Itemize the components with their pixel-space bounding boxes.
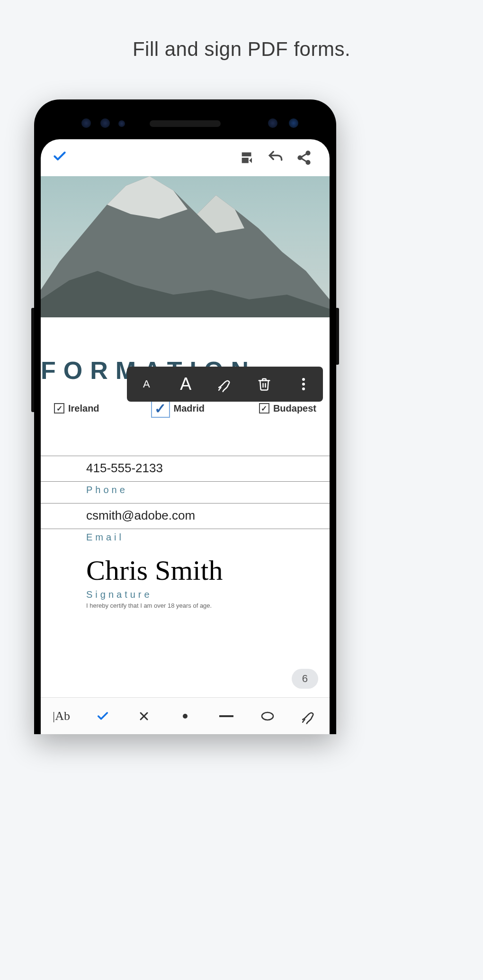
svg-rect-1	[242, 158, 249, 163]
phone-sensor	[100, 118, 110, 128]
document-area[interactable]: FORMATION ✓ Ireland ✓ Madrid ✓ Budapest	[41, 317, 330, 609]
edit-tray: A A	[127, 367, 323, 402]
svg-point-12	[302, 383, 305, 386]
checkbox-budapest[interactable]: ✓ Budapest	[259, 403, 316, 414]
text-small-button[interactable]: A	[135, 378, 158, 390]
signature-tool-button[interactable]	[295, 708, 323, 724]
phone-screen: A A FORMATION ✓ Ireland ✓	[41, 139, 330, 734]
svg-point-18	[262, 712, 273, 720]
phone-sensor	[118, 120, 125, 127]
share-button[interactable]	[290, 144, 318, 172]
undo-button[interactable]	[261, 144, 290, 172]
checkbox-icon: ✓	[259, 403, 269, 414]
phone-value: 415-555-2133	[86, 461, 330, 477]
phone-sensor	[81, 118, 91, 128]
svg-rect-17	[219, 715, 233, 717]
done-button[interactable]	[52, 149, 67, 167]
signature-disclaimer: I hereby certify that I am over 18 years…	[86, 602, 330, 609]
checkbox-icon-selected: ✓	[151, 399, 170, 418]
email-label: Email	[41, 529, 330, 543]
signature-field[interactable]: Chris Smith Signature I hereby certify t…	[41, 551, 330, 609]
email-value: csmith@adobe.com	[86, 508, 330, 525]
checkbox-label: Ireland	[68, 403, 99, 414]
file-button[interactable]	[233, 144, 261, 172]
phone-label: Phone	[41, 482, 330, 495]
hero-image	[41, 176, 330, 317]
text-tool-button[interactable]: |Ab	[47, 709, 76, 723]
trash-button[interactable]	[253, 377, 276, 391]
pen-button[interactable]	[214, 376, 236, 392]
svg-point-11	[302, 378, 305, 381]
circle-tool-button[interactable]	[253, 711, 282, 721]
dash-tool-button[interactable]	[212, 715, 241, 718]
email-field[interactable]: csmith@adobe.com	[41, 503, 330, 529]
phone-earpiece	[150, 120, 221, 127]
page-number-badge[interactable]: 6	[292, 669, 318, 689]
x-tool-button[interactable]	[130, 710, 158, 722]
checkbox-label: Budapest	[273, 403, 316, 414]
signature-label: Signature	[86, 586, 330, 600]
more-button[interactable]	[292, 377, 315, 391]
svg-point-13	[302, 387, 305, 390]
checkbox-madrid[interactable]: ✓ Madrid	[151, 399, 205, 418]
checkmark-tool-button[interactable]	[89, 710, 117, 723]
dot-tool-button[interactable]	[171, 712, 199, 720]
svg-point-16	[183, 714, 188, 719]
text-large-button[interactable]: A	[174, 374, 197, 394]
phone-sensor	[268, 118, 277, 128]
headline: Fill and sign PDF forms.	[0, 0, 483, 61]
checkbox-ireland[interactable]: ✓ Ireland	[54, 403, 99, 414]
svg-rect-0	[242, 153, 251, 157]
svg-line-6	[301, 158, 306, 162]
phone-frame: A A FORMATION ✓ Ireland ✓	[34, 99, 336, 734]
top-bar	[41, 139, 330, 176]
checkbox-icon: ✓	[54, 403, 64, 414]
bottom-toolbar: |Ab	[41, 697, 330, 734]
phone-field[interactable]: 415-555-2133	[41, 456, 330, 482]
phone-sensor	[289, 118, 298, 128]
checkbox-label: Madrid	[174, 403, 205, 414]
signature-value: Chris Smith	[86, 551, 330, 586]
svg-line-5	[301, 154, 306, 157]
